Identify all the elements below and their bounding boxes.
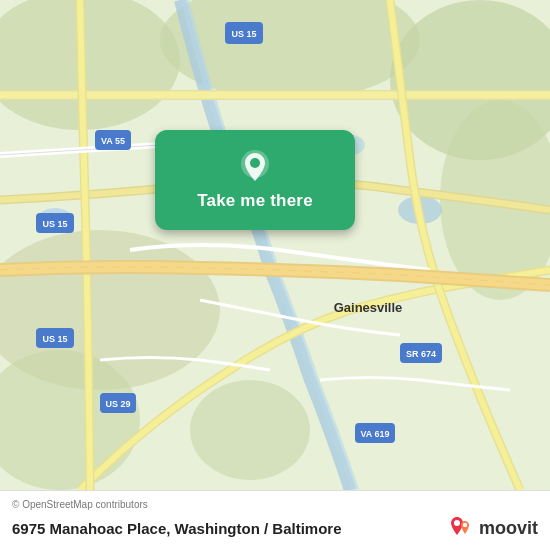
svg-text:VA 55: VA 55 [101,136,125,146]
footer: © OpenStreetMap contributors 6975 Manaho… [0,490,550,550]
svg-text:US 15: US 15 [42,334,67,344]
svg-point-31 [454,520,460,526]
svg-text:US 15: US 15 [42,219,67,229]
moovit-logo: moovit [447,514,538,542]
svg-text:US 29: US 29 [105,399,130,409]
map-pin-icon [237,149,273,185]
address-row: 6975 Manahoac Place, Washington / Baltim… [12,514,538,542]
take-me-there-button[interactable]: Take me there [155,130,355,230]
map-background: US 15 VA 55 US 15 US 15 US 29 SR 674 VA … [0,0,550,490]
svg-point-7 [190,380,310,480]
take-me-there-label: Take me there [197,191,313,211]
svg-text:US 15: US 15 [231,29,256,39]
attribution-text: © OpenStreetMap contributors [12,499,538,510]
moovit-brand-text: moovit [479,518,538,539]
svg-text:VA 619: VA 619 [360,429,389,439]
svg-point-30 [250,158,260,168]
map-container: US 15 VA 55 US 15 US 15 US 29 SR 674 VA … [0,0,550,490]
moovit-pin-icon [447,514,475,542]
svg-text:SR 674: SR 674 [406,349,436,359]
svg-point-32 [463,523,467,527]
svg-text:Gainesville: Gainesville [334,300,403,315]
address-text: 6975 Manahoac Place, Washington / Baltim… [12,520,342,537]
